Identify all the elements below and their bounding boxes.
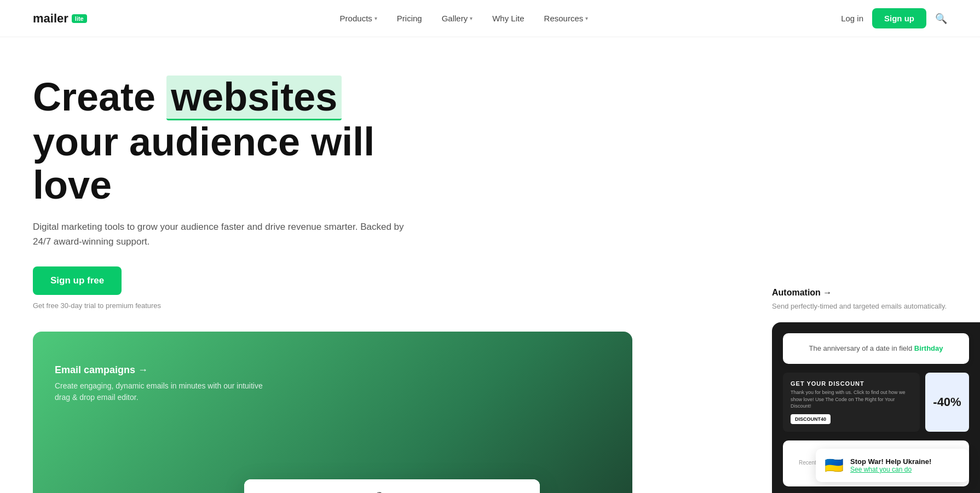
email-campaigns-desc: Create engaging, dynamic emails in minut…	[55, 380, 263, 403]
search-icon[interactable]: 🔍	[935, 13, 947, 25]
trial-text: Get free 30-day trial to premium feature…	[33, 301, 460, 310]
logo-badge: lite	[72, 14, 87, 23]
logo-text: mailer	[33, 11, 68, 26]
ukraine-link[interactable]: See what you can do	[850, 466, 931, 473]
email-preview-card: ◑ mag	[244, 479, 540, 493]
nav-pricing[interactable]: Pricing	[389, 9, 430, 27]
mag-logo: ◑ mag	[375, 489, 408, 493]
trigger-text: The anniversary of a date in field Birth…	[794, 343, 958, 354]
ukraine-flag-icon: 🇺🇦	[825, 456, 844, 474]
email-preview-header: ◑ mag	[244, 479, 540, 493]
chevron-down-icon: ▾	[585, 15, 588, 21]
chevron-down-icon: ▾	[374, 15, 377, 21]
nav-actions: Log in Sign up 🔍	[841, 8, 947, 28]
nav-gallery[interactable]: Gallery ▾	[434, 9, 481, 27]
hero-highlight: websites	[166, 76, 342, 120]
nav-products[interactable]: Products ▾	[332, 9, 385, 27]
chevron-down-icon: ▾	[470, 15, 472, 21]
discount-code: DISCOUNT40	[791, 414, 831, 424]
email-campaigns-link[interactable]: Email campaigns →	[55, 364, 610, 376]
trigger-card: The anniversary of a date in field Birth…	[783, 333, 969, 364]
discount-card: GET YOUR DISCOUNT Thank you for being wi…	[783, 373, 920, 432]
hero-section: Create websites your audience will love …	[0, 37, 493, 310]
signup-free-button[interactable]: Sign up free	[33, 266, 122, 295]
nav-resources[interactable]: Resources ▾	[537, 9, 596, 27]
hero-title: Create websites your audience will love	[33, 76, 460, 207]
discount-row: GET YOUR DISCOUNT Thank you for being wi…	[783, 373, 969, 432]
trigger-birthday: Birthday	[914, 344, 943, 352]
logo[interactable]: mailer lite	[33, 11, 87, 26]
green-panel: Email campaigns → Create engaging, dynam…	[33, 332, 632, 493]
signup-button[interactable]: Sign up	[872, 8, 926, 28]
moon-icon: ◑	[375, 489, 384, 493]
automation-section: Automation → Send perfectly-timed and ta…	[772, 277, 980, 323]
hero-subtitle: Digital marketing tools to grow your aud…	[33, 219, 405, 249]
nav-links: Products ▾ Pricing Gallery ▾ Why Lite Re…	[332, 9, 596, 27]
login-button[interactable]: Log in	[841, 14, 863, 23]
automation-link[interactable]: Automation →	[772, 288, 969, 298]
navbar: mailer lite Products ▾ Pricing Gallery ▾…	[0, 0, 980, 37]
automation-desc: Send perfectly-timed and targeted emails…	[772, 301, 969, 312]
nav-why-lite[interactable]: Why Lite	[485, 9, 532, 27]
discount-percent: -40%	[925, 373, 969, 432]
ukraine-title: Stop War! Help Ukraine!	[850, 457, 931, 466]
ukraine-banner: 🇺🇦 Stop War! Help Ukraine! See what you …	[816, 449, 969, 482]
